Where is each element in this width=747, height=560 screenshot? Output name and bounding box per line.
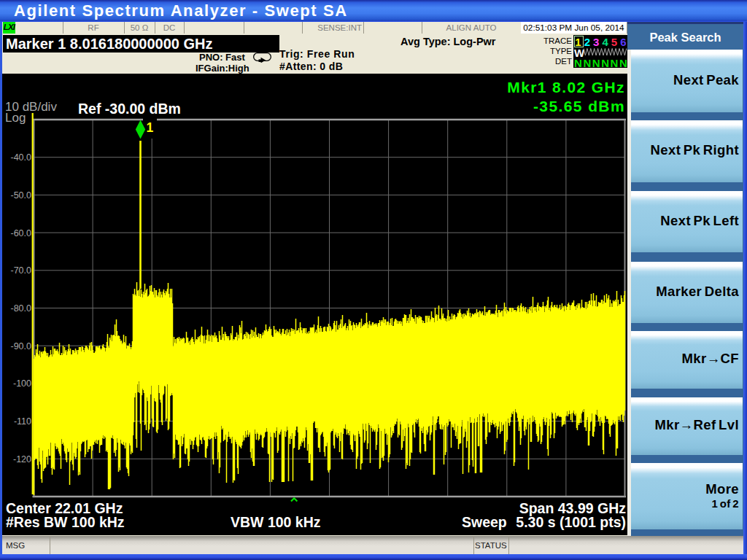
svg-text:-60.0: -60.0: [11, 228, 32, 238]
svg-text:-50.0: -50.0: [11, 190, 32, 201]
svg-text:1: 1: [147, 120, 154, 135]
svg-text:-70.0: -70.0: [11, 265, 32, 276]
svg-text:-40.0: -40.0: [11, 152, 32, 163]
svg-text:-110: -110: [14, 416, 31, 427]
svg-text:-80.0: -80.0: [11, 303, 32, 314]
svg-text:-120: -120: [13, 454, 31, 464]
svg-text:-100: -100: [13, 378, 31, 389]
svg-text:-90.0: -90.0: [11, 341, 32, 351]
